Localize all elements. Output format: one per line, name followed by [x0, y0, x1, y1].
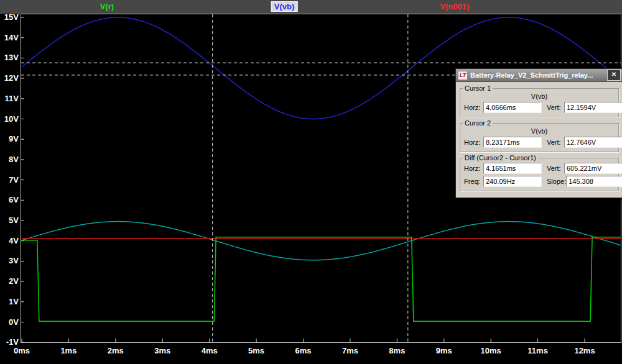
trace-unlabeled[interactable] — [22, 222, 621, 260]
diff-vert-field[interactable]: 605.221mV — [564, 163, 622, 174]
trace-V(r)[interactable] — [22, 237, 621, 321]
ltspice-logo-icon: LT — [458, 71, 468, 80]
cursor1-horz-field[interactable]: 4.0666ms — [483, 102, 542, 113]
diff-slope-field[interactable]: 145.308 — [566, 176, 622, 187]
diff-heading: Diff (Cursor2 - Cursor1) — [463, 154, 538, 162]
y-axis-label: 13V — [0, 53, 19, 63]
diff-slope-label: Slope: — [547, 178, 566, 185]
cursor2-signal: V(vb) — [464, 127, 615, 135]
cursor1-horz-label: Horz: — [464, 104, 483, 111]
diff-horz-label: Horz: — [464, 165, 483, 172]
diff-group: Diff (Cursor2 - Cursor1) Horz: 4.1651ms … — [460, 158, 619, 191]
ltspice-waveform-window: V(r)V(vb)V(n001) 15V14V13V12V11V10V9V8V7… — [0, 0, 622, 364]
cursor1-vert-label: Vert: — [547, 104, 564, 111]
y-axis-label: 7V — [0, 175, 19, 185]
y-axis-label: 10V — [0, 114, 19, 124]
y-axis-label: 6V — [0, 195, 19, 205]
y-axis-label: 14V — [0, 33, 19, 43]
x-axis-label: 9ms — [436, 346, 452, 355]
y-axis-label: 4V — [0, 236, 19, 246]
cursor2-heading: Cursor 2 — [463, 119, 493, 127]
x-axis-label: 4ms — [202, 346, 218, 355]
x-axis-label: 0ms — [14, 346, 30, 355]
x-axis-label: 7ms — [342, 346, 358, 355]
x-axis-label: 12ms — [574, 346, 595, 355]
diff-horz-field[interactable]: 4.1651ms — [483, 163, 542, 174]
cursor1-group: Cursor 1 V(vb) Horz: 4.0666ms Vert: 12.1… — [460, 88, 619, 117]
trace-label-v-n001[interactable]: V(n001) — [437, 1, 473, 12]
cursor2-horz-field[interactable]: 8.23171ms — [483, 137, 542, 148]
y-axis-label: 12V — [0, 73, 19, 83]
x-axis-label: 10ms — [481, 346, 501, 355]
x-axis-label: 8ms — [389, 346, 405, 355]
y-axis-label: 2V — [0, 276, 19, 286]
y-axis-label: 3V — [0, 256, 19, 266]
trace-label-v-vb[interactable]: V(vb) — [271, 1, 298, 12]
diff-vert-label: Vert: — [547, 165, 564, 172]
cursor1-signal: V(vb) — [464, 93, 615, 100]
x-axis-label: 1ms — [60, 346, 77, 355]
cursor2-vert-field[interactable]: 12.7646V — [564, 137, 622, 148]
x-axis-label: 3ms — [154, 346, 170, 355]
y-axis-label: 1V — [0, 297, 19, 307]
x-axis-label: 6ms — [295, 346, 312, 355]
cursor2-vert-label: Vert: — [547, 139, 564, 146]
y-axis-label: 9V — [0, 134, 19, 144]
x-axis-label: 11ms — [527, 346, 548, 355]
cursor1-vert-field[interactable]: 12.1594V — [564, 102, 622, 113]
cursor-dialog-title: Battery-Relay_V2_SchmittTrig_relay... — [470, 71, 605, 79]
y-axis-label: 0V — [0, 317, 19, 327]
cursor2-group: Cursor 2 V(vb) Horz: 8.23171ms Vert: 12.… — [460, 123, 619, 152]
trace-legend-bar: V(r)V(vb)V(n001) — [0, 0, 622, 14]
cursor-dialog: LT Battery-Relay_V2_SchmittTrig_relay...… — [455, 68, 622, 198]
trace-label-v-r[interactable]: V(r) — [97, 1, 117, 12]
cursor-dialog-body: Cursor 1 V(vb) Horz: 4.0666ms Vert: 12.1… — [456, 82, 622, 198]
diff-freq-field[interactable]: 240.09Hz — [483, 176, 542, 187]
cursor-dialog-titlebar[interactable]: LT Battery-Relay_V2_SchmittTrig_relay...… — [456, 69, 622, 82]
y-axis-label: 5V — [0, 216, 19, 225]
close-icon[interactable]: ✕ — [607, 70, 621, 81]
y-axis-label: 15V — [0, 12, 19, 22]
y-axis-label: 8V — [0, 155, 19, 165]
x-axis-label: 2ms — [108, 346, 124, 355]
cursor1-heading: Cursor 1 — [463, 84, 493, 92]
x-axis-label: 5ms — [248, 346, 264, 355]
cursor2-horz-label: Horz: — [464, 139, 483, 146]
y-axis-label: 11V — [0, 94, 19, 104]
diff-freq-label: Freq: — [464, 178, 483, 185]
